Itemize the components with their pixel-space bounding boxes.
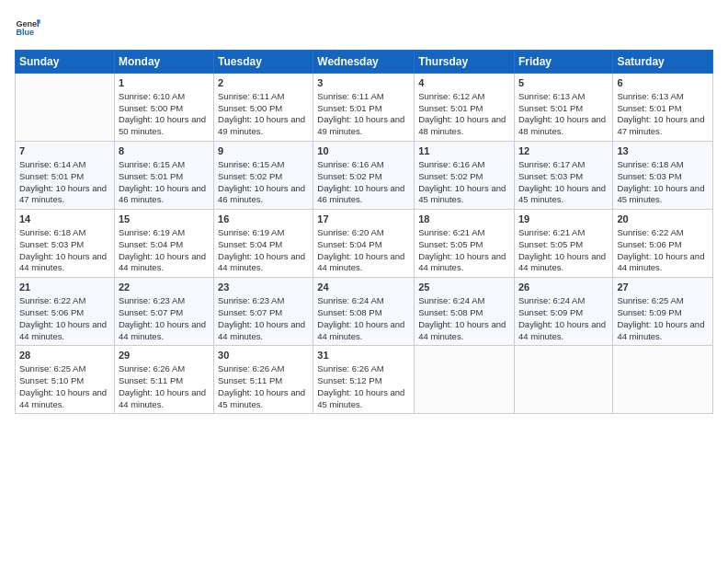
- calendar-cell: 20Sunrise: 6:22 AMSunset: 5:06 PMDayligh…: [613, 210, 713, 278]
- cell-info: Daylight: 10 hours and 50 minutes.: [119, 114, 210, 138]
- cell-info: Daylight: 10 hours and 44 minutes.: [218, 251, 309, 275]
- cell-info: Sunset: 5:01 PM: [19, 171, 110, 183]
- calendar-cell: 17Sunrise: 6:20 AMSunset: 5:04 PMDayligh…: [313, 210, 415, 278]
- cell-info: Sunrise: 6:16 AM: [317, 159, 410, 171]
- cell-info: Sunset: 5:05 PM: [518, 239, 609, 251]
- calendar-cell: 31Sunrise: 6:26 AMSunset: 5:12 PMDayligh…: [313, 346, 415, 414]
- calendar-cell: 9Sunrise: 6:15 AMSunset: 5:02 PMDaylight…: [214, 142, 313, 210]
- cell-info: Sunrise: 6:16 AM: [418, 159, 510, 171]
- cell-info: Sunrise: 6:25 AM: [617, 295, 709, 307]
- cell-info: Sunset: 5:01 PM: [418, 103, 510, 115]
- calendar-cell: 22Sunrise: 6:23 AMSunset: 5:07 PMDayligh…: [114, 278, 213, 346]
- cell-info: Sunset: 5:05 PM: [418, 239, 510, 251]
- cell-info: Daylight: 10 hours and 46 minutes.: [218, 183, 309, 207]
- cell-info: Sunrise: 6:26 AM: [218, 363, 309, 375]
- day-number: 28: [19, 349, 110, 362]
- cell-info: Sunrise: 6:20 AM: [317, 227, 410, 239]
- cell-info: Sunrise: 6:15 AM: [218, 159, 309, 171]
- cell-info: Daylight: 10 hours and 44 minutes.: [617, 319, 709, 343]
- day-number: 12: [518, 144, 609, 158]
- cell-info: Daylight: 10 hours and 48 minutes.: [518, 114, 609, 138]
- cell-info: Sunrise: 6:21 AM: [418, 227, 510, 239]
- calendar-cell: 27Sunrise: 6:25 AMSunset: 5:09 PMDayligh…: [613, 278, 713, 346]
- cell-info: Sunset: 5:08 PM: [317, 307, 410, 319]
- cell-info: Sunset: 5:00 PM: [119, 103, 210, 115]
- cell-info: Daylight: 10 hours and 46 minutes.: [317, 183, 410, 207]
- cell-info: Daylight: 10 hours and 48 minutes.: [418, 114, 510, 138]
- day-number: 29: [119, 349, 210, 362]
- cell-info: Sunset: 5:02 PM: [218, 171, 309, 183]
- logo-icon: General Blue: [15, 15, 40, 40]
- calendar-page: General Blue SundayMondayTuesdayWednesda…: [0, 0, 728, 563]
- day-number: 24: [317, 281, 410, 294]
- calendar-cell: 5Sunrise: 6:13 AMSunset: 5:01 PMDaylight…: [514, 74, 612, 142]
- cell-info: Sunrise: 6:22 AM: [617, 227, 709, 239]
- calendar-cell: 10Sunrise: 6:16 AMSunset: 5:02 PMDayligh…: [313, 142, 415, 210]
- cell-info: Sunrise: 6:12 AM: [418, 91, 510, 103]
- cell-info: Sunset: 5:04 PM: [317, 239, 410, 251]
- cell-info: Sunrise: 6:14 AM: [19, 159, 110, 171]
- cell-info: Daylight: 10 hours and 45 minutes.: [418, 183, 510, 207]
- calendar-cell: 12Sunrise: 6:17 AMSunset: 5:03 PMDayligh…: [514, 142, 612, 210]
- day-header: Tuesday: [214, 51, 313, 74]
- cell-info: Sunrise: 6:19 AM: [218, 227, 309, 239]
- day-number: 2: [218, 76, 309, 90]
- cell-info: Sunrise: 6:17 AM: [518, 159, 609, 171]
- day-number: 6: [617, 76, 709, 90]
- day-number: 26: [518, 281, 609, 294]
- header-row: SundayMondayTuesdayWednesdayThursdayFrid…: [16, 51, 713, 74]
- day-number: 7: [19, 144, 110, 158]
- cell-info: Sunset: 5:07 PM: [119, 307, 210, 319]
- cell-info: Daylight: 10 hours and 44 minutes.: [518, 319, 609, 343]
- cell-info: Sunrise: 6:24 AM: [518, 295, 609, 307]
- calendar-cell: 23Sunrise: 6:23 AMSunset: 5:07 PMDayligh…: [214, 278, 313, 346]
- cell-info: Sunrise: 6:26 AM: [317, 363, 410, 375]
- cell-info: Daylight: 10 hours and 45 minutes.: [617, 183, 709, 207]
- day-header: Sunday: [16, 51, 115, 74]
- cell-info: Sunrise: 6:24 AM: [317, 295, 410, 307]
- cell-info: Sunset: 5:01 PM: [317, 103, 410, 115]
- calendar-cell: 29Sunrise: 6:26 AMSunset: 5:11 PMDayligh…: [114, 346, 213, 414]
- cell-info: Sunset: 5:11 PM: [218, 375, 309, 387]
- cell-info: Daylight: 10 hours and 44 minutes.: [119, 319, 210, 343]
- cell-info: Daylight: 10 hours and 45 minutes.: [218, 387, 309, 411]
- cell-info: Daylight: 10 hours and 44 minutes.: [617, 251, 709, 275]
- calendar-cell: 4Sunrise: 6:12 AMSunset: 5:01 PMDaylight…: [415, 74, 515, 142]
- calendar-cell: 3Sunrise: 6:11 AMSunset: 5:01 PMDaylight…: [313, 74, 415, 142]
- day-number: 30: [218, 349, 309, 362]
- cell-info: Daylight: 10 hours and 44 minutes.: [317, 319, 410, 343]
- day-header: Friday: [514, 51, 612, 74]
- day-number: 13: [617, 144, 709, 158]
- header: General Blue: [15, 15, 713, 40]
- calendar-cell: 6Sunrise: 6:13 AMSunset: 5:01 PMDaylight…: [613, 74, 713, 142]
- calendar-cell: 13Sunrise: 6:18 AMSunset: 5:03 PMDayligh…: [613, 142, 713, 210]
- day-number: 27: [617, 281, 709, 294]
- cell-info: Sunrise: 6:11 AM: [317, 91, 410, 103]
- day-number: 31: [317, 349, 410, 362]
- calendar-cell: 18Sunrise: 6:21 AMSunset: 5:05 PMDayligh…: [415, 210, 515, 278]
- calendar-cell: 11Sunrise: 6:16 AMSunset: 5:02 PMDayligh…: [415, 142, 515, 210]
- day-number: 17: [317, 213, 410, 226]
- calendar-cell: 7Sunrise: 6:14 AMSunset: 5:01 PMDaylight…: [16, 142, 115, 210]
- cell-info: Sunrise: 6:18 AM: [19, 227, 110, 239]
- cell-info: Sunrise: 6:13 AM: [617, 91, 709, 103]
- calendar-cell: 24Sunrise: 6:24 AMSunset: 5:08 PMDayligh…: [313, 278, 415, 346]
- day-number: 4: [418, 76, 510, 90]
- svg-text:Blue: Blue: [16, 28, 34, 37]
- calendar-cell: 28Sunrise: 6:25 AMSunset: 5:10 PMDayligh…: [16, 346, 115, 414]
- cell-info: Sunset: 5:12 PM: [317, 375, 410, 387]
- cell-info: Sunset: 5:07 PM: [218, 307, 309, 319]
- cell-info: Sunset: 5:04 PM: [218, 239, 309, 251]
- cell-info: Daylight: 10 hours and 44 minutes.: [418, 319, 510, 343]
- cell-info: Sunset: 5:03 PM: [518, 171, 609, 183]
- cell-info: Daylight: 10 hours and 47 minutes.: [19, 183, 110, 207]
- cell-info: Daylight: 10 hours and 44 minutes.: [19, 251, 110, 275]
- cell-info: Daylight: 10 hours and 49 minutes.: [317, 114, 410, 138]
- cell-info: Daylight: 10 hours and 45 minutes.: [317, 387, 410, 411]
- cell-info: Sunrise: 6:11 AM: [218, 91, 309, 103]
- day-number: 9: [218, 144, 309, 158]
- calendar-cell: 15Sunrise: 6:19 AMSunset: 5:04 PMDayligh…: [114, 210, 213, 278]
- calendar-cell: 21Sunrise: 6:22 AMSunset: 5:06 PMDayligh…: [16, 278, 115, 346]
- cell-info: Daylight: 10 hours and 44 minutes.: [218, 319, 309, 343]
- cell-info: Sunset: 5:02 PM: [418, 171, 510, 183]
